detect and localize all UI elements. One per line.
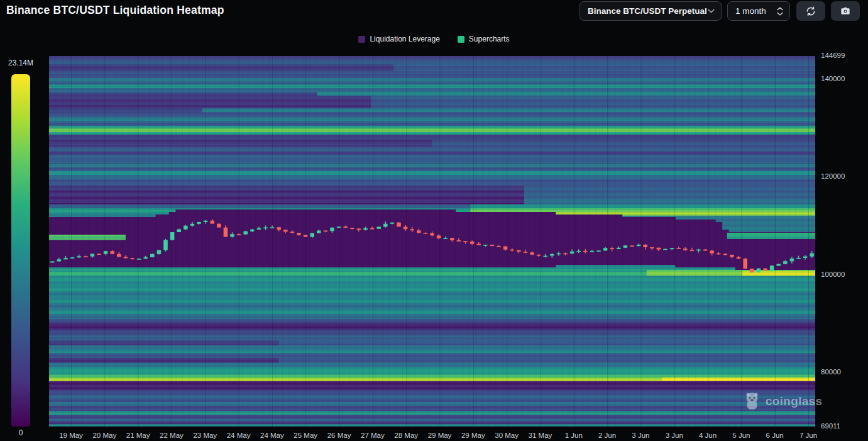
y-axis-label: 69011: [821, 422, 861, 430]
y-axis-label: 120000: [821, 172, 861, 180]
colorbar: [11, 74, 30, 427]
legend: Liquidation Leverage Supercharts: [0, 35, 868, 43]
x-axis-label: 26 May: [327, 432, 351, 439]
y-axis-label: 100000: [821, 271, 861, 278]
timeframe-select[interactable]: 1 month: [727, 1, 790, 21]
stepper-up-icon[interactable]: [777, 7, 783, 11]
symbol-dropdown-value: Binance BTC/USDT Perpetual: [588, 6, 707, 16]
x-axis-label: 27 May: [361, 432, 385, 439]
x-axis-label: 21 May: [126, 432, 150, 439]
x-axis-label: 4 Jun: [699, 432, 717, 439]
legend-swatch-green: [458, 36, 464, 43]
y-axis-label: 140000: [821, 75, 861, 82]
legend-item-label: Liquidation Leverage: [370, 35, 439, 43]
x-axis-label: 19 May: [59, 432, 83, 439]
x-axis-label: 3 Jun: [666, 432, 683, 439]
x-axis-label: 3 Jun: [632, 432, 649, 439]
x-axis-label: 30 May: [495, 432, 519, 439]
x-axis-label: 29 May: [461, 432, 485, 439]
x-axis-label: 24 May: [260, 432, 284, 439]
page-title: Binance BTC/USDT Liquidation Heatmap: [6, 4, 224, 17]
y-axis-label: 144699: [821, 52, 861, 59]
legend-item-liquidation-leverage[interactable]: Liquidation Leverage: [358, 35, 439, 43]
camera-icon: [840, 6, 851, 17]
chevron-down-icon: [708, 9, 715, 13]
x-axis-label: 20 May: [92, 432, 116, 439]
heatmap-canvas[interactable]: [49, 56, 815, 427]
legend-swatch-purple: [358, 36, 365, 43]
refresh-icon: [805, 6, 816, 17]
x-axis-label: 31 May: [529, 432, 552, 439]
x-axis-label: 22 May: [160, 432, 184, 439]
x-axis-label: 2 Jun: [598, 432, 616, 439]
x-axis-label: 24 May: [227, 432, 251, 439]
colorbar-min-label: 0: [11, 428, 30, 437]
camera-button[interactable]: [831, 1, 860, 21]
x-axis-label: 7 Jun: [799, 432, 817, 439]
timeframe-value: 1 month: [735, 6, 766, 16]
x-axis-label: 5 Jun: [732, 432, 750, 439]
stepper-down-icon[interactable]: [777, 12, 783, 16]
refresh-button[interactable]: [796, 1, 825, 21]
x-axis-label: 28 May: [394, 432, 418, 439]
x-axis-label: 6 Jun: [766, 432, 784, 439]
legend-item-supercharts[interactable]: Supercharts: [458, 35, 510, 43]
symbol-dropdown[interactable]: Binance BTC/USDT Perpetual: [580, 1, 722, 21]
colorbar-max-label: 23.14M: [1, 59, 40, 67]
x-axis-label: 25 May: [294, 432, 317, 439]
x-axis-label: 1 Jun: [565, 432, 583, 439]
x-axis-label: 29 May: [428, 432, 452, 439]
y-axis-label: 80000: [821, 368, 861, 376]
legend-item-label: Supercharts: [469, 35, 510, 43]
x-axis-label: 23 May: [193, 432, 217, 439]
